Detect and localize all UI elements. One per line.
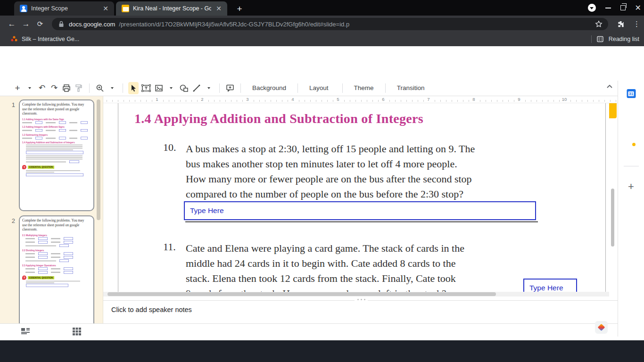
problem-11-text[interactable]: Cate and Elena were playing a card game.… [186,241,464,292]
url-domain: docs.google.com [69,21,115,28]
canvas-horizontal-scrollbar[interactable] [107,292,496,296]
insert-comment-button[interactable] [225,82,235,94]
thumbnail-filler [22,122,88,124]
thumbnail-filler [25,256,88,259]
thumbnail-filler [25,245,88,247]
new-slide-dropdown[interactable] [25,82,35,94]
text-box-button[interactable] [140,82,152,94]
answer-box-1[interactable]: Type Here [184,201,536,220]
insert-image-button[interactable] [154,82,164,94]
tab-title: Integer Scope [31,5,98,12]
insert-shape-button[interactable] [178,82,190,94]
slide-filmstrip: 1 Complete the following problems. You m… [0,96,103,323]
zoom-dropdown[interactable] [107,82,117,94]
thumbnail-section-title: 1.1 Adding Integers with the Same Sign [22,118,88,121]
thumbnail-essential-question: ? ESSENTIAL QUESTION [22,165,88,169]
problem-10-number: 10. [163,141,176,154]
filmstrip-scrollbar[interactable] [97,99,100,220]
forward-button[interactable]: → [19,19,33,29]
speaker-notes-area[interactable]: Click to add speaker notes [103,301,618,323]
slide-heading[interactable]: 1.4 Applying Addition and Subtraction of… [134,111,423,126]
transition-button[interactable]: Transition [391,84,431,91]
problem-11-number: 11. [163,241,176,253]
question-mark-icon: ? [22,276,26,280]
thumbnail-filler [22,129,88,132]
explore-button[interactable] [595,321,608,334]
address-bar[interactable]: docs.google.com /presentation/d/17O2BkWM… [52,18,608,30]
tab-close-icon[interactable]: ✕ [102,4,109,13]
browser-toolbar: ← → ⟳ docs.google.com /presentation/d/17… [0,16,644,32]
back-button[interactable]: ← [5,19,19,29]
hide-menus-chevron[interactable] [606,84,613,89]
thumbnail-filler [26,161,88,164]
thumbnail-filler [25,253,88,255]
tab-close-icon[interactable]: ✕ [215,4,223,13]
extensions-puzzle-icon[interactable] [617,20,625,28]
thumbnail-section-title: 2.2 Dividing Integers [22,249,88,252]
layout-button[interactable]: Layout [303,84,337,91]
grid-view-icon[interactable] [72,327,82,336]
divider [624,166,639,166]
speaker-notes-placeholder[interactable]: Click to add speaker notes [111,306,192,313]
thumbnail-filler [26,170,88,173]
divider [591,35,592,43]
filmstrip-view-icon[interactable] [21,327,30,336]
status-indicator-icon[interactable] [588,4,596,12]
essential-question-label: ESSENTIAL QUESTION [28,165,54,169]
browser-menu-icon[interactable]: ⋮ [633,20,640,28]
layout-label: Layout [309,84,329,91]
answer-box-text: Type Here [529,284,563,292]
tab-kira-neal-slides[interactable]: Kira Neal - Integer Scope - Goog ✕ [116,1,227,16]
add-addon-plus-icon[interactable]: + [628,181,634,193]
restore-button[interactable] [620,5,626,10]
insert-image-dropdown[interactable] [166,82,176,94]
tab-integer-scope[interactable]: Integer Scope ✕ [14,1,114,16]
minimize-button[interactable] [605,8,611,8]
slide-thumbnail-2[interactable]: Complete the following problems. You may… [19,215,94,323]
thumbnail-section-title: 1.3 Subtracting Integers [22,133,88,136]
calendar-icon[interactable]: 31 [627,89,636,98]
slide-number: 2 [8,217,15,224]
problem-10-text[interactable]: A bus makes a stop at 2:30, letting off … [186,141,475,202]
new-tab-button[interactable]: + [233,3,246,15]
thumbnail-section-title: 2.1 Multiplying Integers [22,234,88,237]
tab-title: Kira Neal - Integer Scope - Goog [133,5,211,12]
thumbnail-section-title: 1.2 Adding Integers with Different Signs [22,126,88,129]
bookmarks-bar: Silk – Interactive Ge... Reading list [0,32,644,46]
select-tool-button[interactable] [128,82,139,94]
answer-box-2[interactable]: Type Here [523,279,577,292]
insert-line-button[interactable] [191,82,202,94]
thumbnail-filler [25,271,88,274]
thumbnail-filler [26,281,88,284]
slide-thumbnail-1[interactable]: Complete the following problems. You may… [19,99,94,211]
slide-canvas[interactable]: 1.4 Applying Addition and Subtraction of… [103,103,609,292]
undo-button[interactable]: ↶ [37,82,47,94]
zoom-button[interactable] [95,82,105,94]
reading-list-label[interactable]: Reading list [609,36,639,42]
bottom-bar [0,323,644,340]
print-button[interactable] [61,82,72,94]
essential-question-label: ESSENTIAL QUESTION [28,276,54,280]
reload-button[interactable]: ⟳ [33,20,47,28]
window-controls: ✕ [588,0,641,16]
bookmark-star-icon[interactable] [595,20,603,28]
answer-box-text: Type Here [190,206,224,215]
bookmark-silk[interactable]: Silk – Interactive Ge... [10,35,79,43]
insert-line-dropdown[interactable] [204,82,214,94]
thumbnail-filler [26,156,88,160]
lock-icon [58,20,65,28]
paint-format-button[interactable] [74,82,84,94]
theme-button[interactable]: Theme [348,84,380,91]
redo-button[interactable]: ↷ [49,82,59,94]
silk-flower-icon [10,35,18,43]
thumbnail-answer-box [26,284,68,287]
thumbnail-essential-question: ? ESSENTIAL QUESTION [22,276,88,280]
close-window-button[interactable]: ✕ [635,4,641,12]
background-button[interactable]: Background [246,84,292,91]
canvas-vertical-scrollbar[interactable] [611,189,614,247]
new-slide-button[interactable]: + [12,82,23,94]
thumbnail-filler [25,268,88,271]
slides-toolbar: + ↶ ↷ [0,80,644,96]
url-path: /presentation/d/17O2BkWMIjR34ji5wAflv5RJ… [119,21,591,28]
bookmark-label: Silk – Interactive Ge... [22,36,79,42]
